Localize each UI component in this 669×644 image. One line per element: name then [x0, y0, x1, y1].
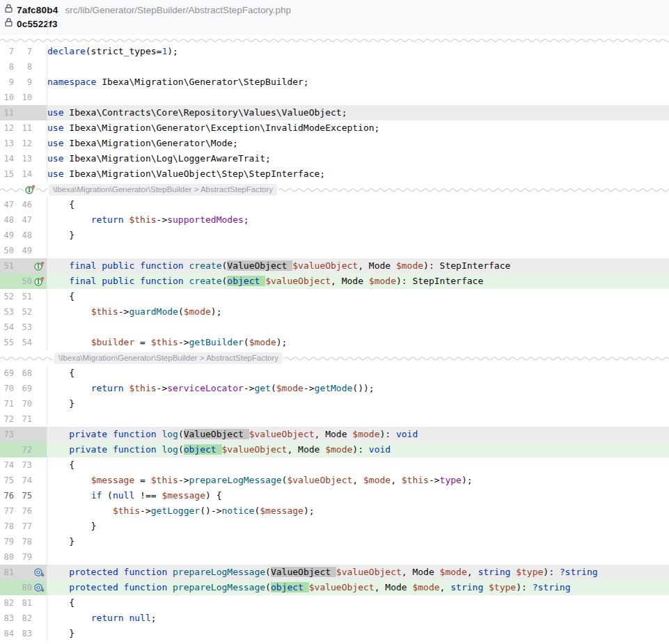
line-number-new: 11 [15, 123, 32, 133]
code-line[interactable] [47, 411, 669, 427]
collapsed-context-label[interactable]: \Ibexa\Migration\Generator\StepBuilder >… [54, 352, 283, 364]
diff-row: 5352 $this->guardMode($mode); [0, 304, 669, 320]
diff-row: 1211use Ibexa\Migration\Generator\Except… [0, 120, 669, 136]
code-line[interactable]: { [47, 595, 669, 611]
code-line[interactable] [47, 549, 669, 565]
code-line[interactable]: } [47, 534, 669, 549]
code-line[interactable]: final public function create(ValueObject… [47, 258, 669, 274]
method-overridden-icon[interactable] [32, 567, 46, 578]
diff-row-deleted: 11use Ibexa\Contracts\Core\Repository\Va… [0, 105, 669, 120]
code-line[interactable]: use Ibexa\Migration\Log\LoggerAwareTrait… [47, 151, 669, 166]
code-line[interactable]: use Ibexa\Migration\Generator\Mode; [47, 136, 669, 151]
diff-row: 1514use Ibexa\Migration\ValueObject\Step… [0, 166, 669, 182]
wave-line [0, 355, 53, 361]
line-number-new: 78 [15, 537, 32, 547]
line-number-old: 10 [0, 93, 14, 102]
line-number-new: 9 [15, 77, 32, 87]
line-number-new: 73 [15, 460, 32, 470]
implements-method-icon[interactable]: I [32, 276, 46, 287]
code-line[interactable]: } [47, 626, 669, 641]
implements-method-icon[interactable]: I [32, 260, 46, 272]
line-number-old: 48 [0, 215, 14, 225]
line-number-new: 79 [15, 552, 32, 562]
line-number-old: 83 [0, 613, 14, 623]
diff-gutter: 4847 [0, 212, 47, 228]
code-line[interactable]: $message = $this->prepareLogMessage($val… [47, 473, 669, 488]
code-line[interactable]: } [47, 519, 669, 534]
line-number-old: 54 [0, 322, 14, 332]
diff-row: 1312use Ibexa\Migration\Generator\Mode; [0, 136, 669, 151]
code-line[interactable]: { [47, 289, 669, 304]
collapsed-context-label[interactable]: \Ibexa\Migration\Generator\StepBuilder >… [49, 184, 277, 196]
wave-line [284, 355, 669, 361]
wave-line [0, 37, 669, 42]
diff-gutter: 1413 [0, 151, 47, 166]
line-number-new: 50 [15, 276, 32, 286]
code-line[interactable]: use Ibexa\Migration\Generator\Exception\… [47, 120, 669, 136]
commit-hash-old: 7afc80b4 [17, 5, 58, 15]
code-line[interactable]: return null; [47, 611, 669, 626]
code-line[interactable]: use Ibexa\Contracts\Core\Repository\Valu… [47, 105, 669, 120]
code-line[interactable]: $this->getLogger()->notice($message); [47, 503, 669, 519]
line-number-new: 53 [15, 322, 32, 332]
code-line[interactable]: protected function prepareLogMessage(obj… [47, 580, 669, 595]
line-number-old: 53 [0, 307, 14, 317]
gutter-border [47, 18, 48, 35]
wave-line [278, 187, 669, 192]
line-number-new: 48 [15, 230, 32, 240]
code-line[interactable]: } [47, 228, 669, 243]
lock-icon [4, 17, 13, 30]
code-line[interactable] [47, 243, 669, 258]
code-line[interactable]: { [47, 366, 669, 381]
code-line[interactable]: $builder = $this->getBuilder($mode); [47, 335, 669, 350]
code-line[interactable]: if (null !== $message) { [47, 488, 669, 503]
diff-gutter: 7473 [0, 457, 47, 473]
collapsed-region-separator[interactable]: \Ibexa\Migration\Generator\StepBuilder >… [0, 350, 669, 366]
code-line[interactable]: } [47, 396, 669, 411]
line-number-old: 9 [0, 77, 14, 87]
line-number-old: 80 [0, 552, 14, 562]
line-number-new: 74 [15, 476, 32, 485]
line-number-old: 12 [0, 123, 14, 133]
line-number-new: 75 [15, 491, 32, 501]
method-overridden-icon[interactable] [32, 582, 46, 593]
line-number-new: 72 [15, 445, 32, 455]
diff-gutter: 88 [0, 59, 47, 74]
line-number-new: 82 [15, 613, 32, 623]
code-line[interactable] [47, 59, 669, 74]
code-line[interactable] [47, 90, 669, 105]
diff-gutter: 7978 [0, 534, 47, 549]
code-line[interactable]: return $this->supportedModes; [47, 212, 669, 228]
code-line[interactable]: final public function create(object $val… [47, 274, 669, 289]
line-number-old: 81 [0, 567, 14, 577]
diff-viewer-window: 7afc80b4 src/lib/Generator/StepBuilder/A… [0, 0, 669, 644]
code-line[interactable]: { [47, 197, 669, 212]
diff-row: 6968 { [0, 366, 669, 381]
diff-row: 7776 $this->getLogger()->notice($message… [0, 503, 669, 519]
code-line[interactable]: namespace Ibexa\Migration\Generator\Step… [47, 74, 669, 90]
diff-row: 88 [0, 59, 669, 74]
line-number-new: 76 [15, 506, 32, 516]
code-line[interactable]: declare(strict_types=1); [47, 44, 669, 59]
implements-method-icon[interactable]: I [24, 184, 36, 195]
svg-text:I: I [28, 187, 31, 194]
diff-row: 7574 $message = $this->prepareLogMessage… [0, 473, 669, 488]
svg-text:I: I [37, 263, 40, 270]
revision-row-new: 0c5522f3 [0, 17, 669, 31]
code-line[interactable]: $this->guardMode($mode); [47, 304, 669, 320]
code-line[interactable]: use Ibexa\Migration\ValueObject\Step\Ste… [47, 166, 669, 182]
code-line[interactable]: private function log(object $valueObject… [47, 442, 669, 457]
collapsed-region-separator[interactable]: I\Ibexa\Migration\Generator\StepBuilder … [0, 182, 669, 197]
code-line[interactable]: return $this->serviceLocator->get($mode-… [47, 381, 669, 396]
line-number-old: 13 [0, 139, 14, 148]
line-number-old: 69 [0, 368, 14, 378]
code-line[interactable]: private function log(ValueObject $valueO… [47, 427, 669, 442]
diff-gutter: 77 [0, 44, 47, 59]
code-line[interactable]: protected function prepareLogMessage(Val… [47, 565, 669, 580]
diff-gutter: 7170 [0, 396, 47, 411]
code-line[interactable]: { [47, 457, 669, 473]
diff-gutter: 4948 [0, 228, 47, 243]
line-number-new: 77 [15, 521, 32, 531]
torn-edge-separator [0, 35, 669, 44]
code-line[interactable] [47, 320, 669, 335]
